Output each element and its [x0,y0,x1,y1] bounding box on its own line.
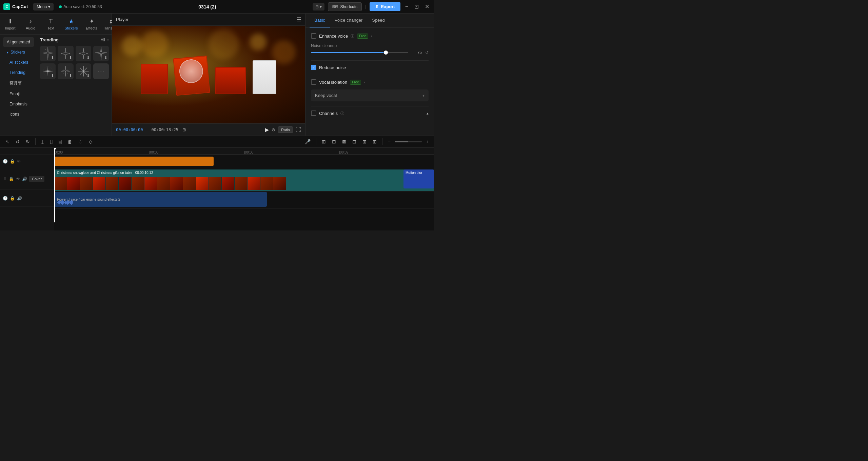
fit-screen-button[interactable]: ⊙ [272,126,275,133]
sidebar-item-ai-generated[interactable]: AI generated [3,37,34,47]
all-filter-button[interactable]: All ≡ [101,38,109,42]
toolbar-item-stickers[interactable]: ★ Stickers [61,16,81,32]
favorite-button[interactable]: ♡ [76,138,85,145]
fullscreen-button[interactable]: ⛶ [296,126,301,133]
sidebar-item-ai-stickers[interactable]: AI stickers [3,58,34,67]
download-icon[interactable]: ⬇ [86,73,90,78]
noise-cleanup-reset-icon[interactable]: ↺ [425,50,429,55]
sticker-item[interactable]: ⬇ [76,63,91,79]
app-logo: C CapCut [3,3,28,10]
menu-button[interactable]: Menu ▾ [33,3,54,11]
lock-icon-3[interactable]: 🔒 [10,196,15,201]
ratio-button[interactable]: Ratio [278,126,293,133]
download-icon[interactable]: ⬇ [104,55,107,60]
monitor-icon[interactable]: 🖥 [3,177,7,181]
playhead[interactable] [54,148,55,222]
toolbar-label-audio: Audio [26,26,35,30]
shortcuts-button[interactable]: ⌨ Shortcuts [328,2,362,11]
sidebar-item-trending[interactable]: Trending [3,68,34,77]
thumb-4 [93,177,106,190]
vocal-isolation-checkbox[interactable] [311,79,316,85]
sticker-item[interactable]: ⬇ [58,63,73,79]
clip-tool-5[interactable]: ⊞ [371,138,379,145]
tab-speed[interactable]: Speed [367,14,390,27]
reduce-noise-label: Reduce noise [319,65,346,70]
sticker-item[interactable]: ⬇ [76,46,91,61]
lock-icon-2[interactable]: 🔒 [9,177,14,181]
sticker-item[interactable]: ⬇ [58,46,73,61]
lock-icon[interactable]: 🔒 [10,159,15,164]
clip-tool-4[interactable]: ⊞ [360,138,369,145]
noise-cleanup-track[interactable] [311,52,408,53]
audio-clip-1[interactable] [54,157,214,166]
sidebar-item-stickers[interactable]: ▾ Stickers [3,47,34,57]
clip-tool-2[interactable]: ⊠ [340,138,348,145]
delete-button[interactable]: 🗑 [65,138,74,145]
download-icon[interactable]: ⬇ [86,55,90,60]
sticker-item[interactable]: ⬇ [40,63,56,79]
vocal-isolation-badge: Free [350,80,361,85]
zoom-in-button[interactable]: + [424,138,431,145]
download-icon[interactable]: ⬇ [69,73,72,78]
tab-basic[interactable]: Basic [310,14,330,27]
channels-info-icon[interactable]: ⓘ [340,111,344,116]
toolbar-item-text[interactable]: T Text [41,16,61,32]
close-button[interactable]: ✕ [423,3,431,10]
player-menu-button[interactable]: ☰ [296,16,301,23]
sticker-item[interactable]: ··· [93,63,109,79]
noise-cleanup-thumb[interactable] [384,51,388,55]
clip-tool-1[interactable]: ⊡ [330,138,338,145]
video-clip-main[interactable]: Christmas snowglobe and Christmas gifts … [54,169,434,191]
enhance-voice-info-icon[interactable]: ⓘ [351,34,354,39]
layout-button[interactable]: ⊞ ▾ [313,3,324,11]
clip-link-button[interactable]: ⊞ [320,138,328,145]
volume-icon[interactable]: 🔊 [17,196,22,201]
enhance-voice-checkbox[interactable] [311,33,316,39]
divider: | [365,4,366,9]
grid-view-button[interactable]: ⊞ [182,127,186,132]
enhance-voice-expand-icon[interactable]: › [371,34,372,38]
undo-button[interactable]: ↺ [14,138,22,145]
toolbar-item-effects[interactable]: ✦ Effects [81,16,102,32]
vocal-isolation-expand-icon[interactable]: › [364,80,365,84]
sound-clip-1[interactable]: Powerful race / car engine sound effects… [54,192,267,207]
download-icon[interactable]: ⬇ [51,55,54,60]
motion-blur-clip[interactable]: Motion blur [403,169,434,188]
download-icon[interactable]: ⬇ [69,55,72,60]
select-tool-button[interactable]: ↖ [3,138,12,145]
split-button[interactable]: ⌶ [39,138,46,145]
clock-icon-2[interactable]: 🕐 [3,196,8,201]
sticker-item[interactable]: ⬇ [93,46,109,61]
sidebar-item-festival[interactable]: 斋月节 [3,78,34,88]
clock-icon[interactable]: 🕐 [3,159,8,164]
sidebar-item-emphasis[interactable]: Emphasis [3,99,34,109]
eye-icon[interactable]: 👁 [17,159,21,164]
sidebar-item-emoji[interactable]: Emoji [3,89,34,99]
freeze-button[interactable]: ◇ [87,138,95,145]
tab-voice-changer[interactable]: Voice changer [330,14,367,27]
toolbar-item-audio[interactable]: ♪ Audio [20,16,41,32]
microphone-button[interactable]: 🎤 [303,138,313,145]
cover-button[interactable]: Cover [29,176,44,182]
trim-right-button[interactable]: ⌸ [57,138,63,145]
eye-icon-2[interactable]: 👁 [16,177,20,181]
clip-tool-3[interactable]: ⊟ [350,138,358,145]
zoom-out-button[interactable]: − [386,138,393,145]
download-icon[interactable]: ⬇ [51,73,54,78]
reduce-noise-checkbox[interactable] [311,65,316,70]
sticker-item[interactable]: ⬇ [40,46,56,61]
toolbar-item-import[interactable]: ⬆ Import [0,16,20,32]
play-button[interactable]: ▶ [265,126,269,133]
sidebar-item-icons[interactable]: Icons [3,109,34,119]
redo-button[interactable]: ↻ [24,138,32,145]
trim-left-button[interactable]: ⌷ [48,138,55,145]
wave-14 [70,201,71,204]
minimize-button[interactable]: − [404,4,410,10]
maximize-button[interactable]: ⊡ [413,3,420,10]
audio-icon-2[interactable]: 🔊 [22,177,27,181]
zoom-slider[interactable] [395,141,422,142]
keep-vocal-expand-icon[interactable]: ▾ [422,93,425,98]
channels-expand-icon[interactable]: ▴ [427,111,429,116]
export-button[interactable]: ⬆ Export [370,2,400,11]
channels-checkbox[interactable] [311,111,316,116]
